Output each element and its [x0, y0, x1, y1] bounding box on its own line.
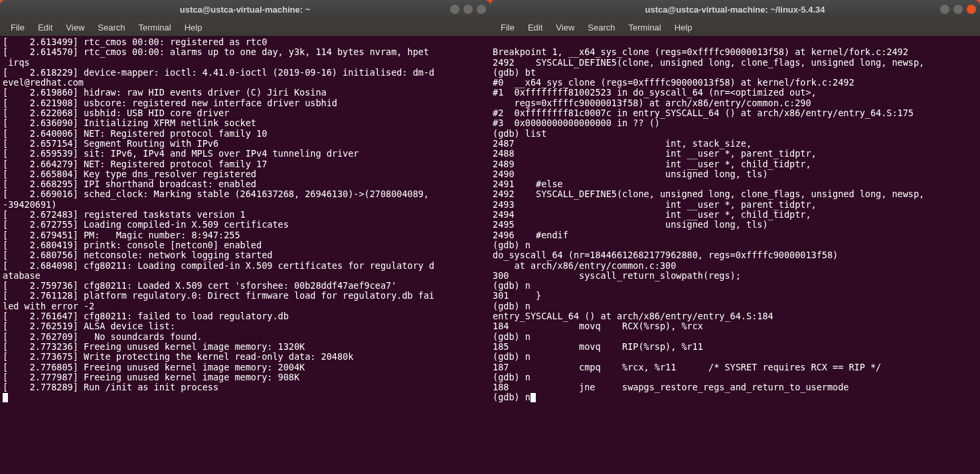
- titlebar[interactable]: ustca@ustca-virtual-machine: ~/linux-5.4…: [490, 0, 980, 19]
- cursor: [531, 393, 536, 402]
- menubar: File Edit View Search Terminal Help: [0, 19, 490, 36]
- close-icon[interactable]: [967, 5, 976, 14]
- menu-edit[interactable]: Edit: [33, 21, 58, 34]
- menu-file[interactable]: File: [495, 21, 520, 34]
- cursor: [3, 393, 8, 402]
- terminal-content[interactable]: Breakpoint 1, __x64_sys_clone (regs=0xff…: [490, 36, 980, 474]
- menubar: File Edit View Search Terminal Help: [490, 19, 980, 36]
- menu-search[interactable]: Search: [582, 21, 620, 34]
- maximize-icon[interactable]: [463, 5, 473, 14]
- window-title: ustca@ustca-virtual-machine: ~: [0, 5, 490, 15]
- menu-terminal[interactable]: Terminal: [133, 21, 177, 34]
- menu-terminal[interactable]: Terminal: [623, 21, 667, 34]
- close-icon[interactable]: [477, 5, 486, 14]
- menu-file[interactable]: File: [5, 21, 30, 34]
- terminal-window-left: ustca@ustca-virtual-machine: ~ File Edit…: [0, 0, 490, 474]
- terminal-window-right: ustca@ustca-virtual-machine: ~/linux-5.4…: [490, 0, 980, 474]
- maximize-icon[interactable]: [953, 5, 963, 14]
- window-buttons: [940, 5, 976, 14]
- titlebar[interactable]: ustca@ustca-virtual-machine: ~: [0, 0, 490, 19]
- menu-view[interactable]: View: [550, 21, 580, 34]
- terminal-content[interactable]: [ 2.613499] rtc_cmos 00:00: registered a…: [0, 36, 490, 474]
- menu-help[interactable]: Help: [179, 21, 208, 34]
- window-buttons: [450, 5, 486, 14]
- menu-edit[interactable]: Edit: [523, 21, 548, 34]
- minimize-icon[interactable]: [940, 5, 949, 14]
- menu-search[interactable]: Search: [92, 21, 130, 34]
- menu-view[interactable]: View: [60, 21, 90, 34]
- menu-help[interactable]: Help: [669, 21, 698, 34]
- window-title: ustca@ustca-virtual-machine: ~/linux-5.4…: [490, 5, 980, 15]
- minimize-icon[interactable]: [450, 5, 459, 14]
